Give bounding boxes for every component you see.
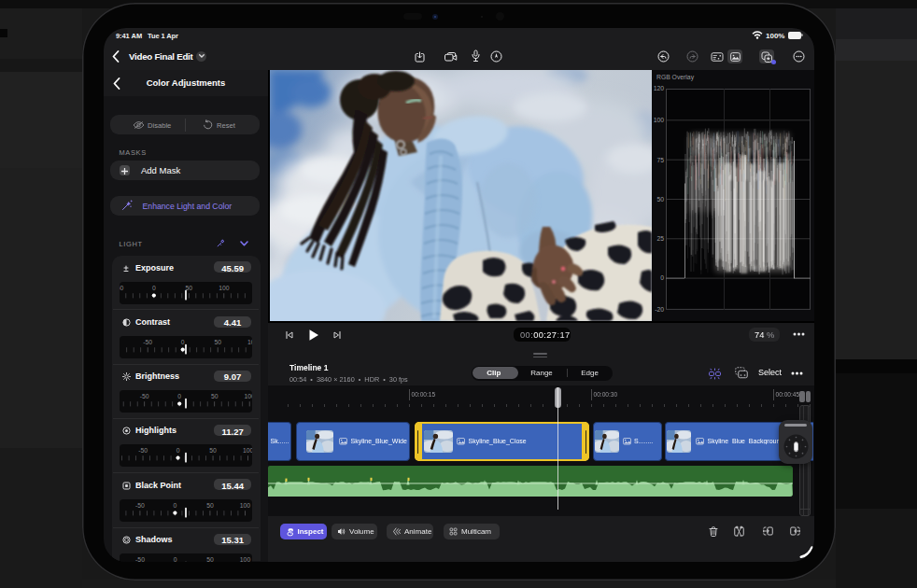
svg-text:0: 0 [660, 274, 664, 281]
svg-text:-50: -50 [139, 393, 148, 399]
svg-text:100: 100 [219, 284, 230, 290]
svg-text:-50: -50 [143, 338, 152, 344]
svg-text:0: 0 [180, 338, 184, 344]
svg-text:-50: -50 [135, 501, 145, 508]
svg-text:50: 50 [210, 393, 218, 399]
svg-text:100: 100 [654, 117, 664, 123]
svg-text:-20: -20 [655, 306, 664, 313]
svg-text:-50: -50 [138, 447, 148, 454]
svg-text:RGB Overlay: RGB Overlay [656, 74, 695, 81]
svg-text:50: 50 [185, 284, 192, 290]
svg-text:50: 50 [209, 447, 217, 454]
svg-text:50: 50 [214, 338, 221, 344]
svg-text:100: 100 [242, 447, 251, 454]
svg-text:0: 0 [176, 447, 179, 454]
svg-text:75: 75 [656, 157, 664, 163]
svg-text:120: 120 [654, 85, 664, 91]
svg-text:0: 0 [151, 284, 155, 290]
svg-text:50: 50 [206, 556, 214, 562]
svg-text:0: 0 [173, 501, 176, 508]
svg-text:0: 0 [173, 556, 176, 562]
svg-text:50: 50 [206, 501, 214, 508]
svg-text:50: 50 [656, 196, 664, 203]
svg-text:-50: -50 [120, 284, 123, 290]
svg-text:100: 100 [244, 393, 251, 399]
svg-text:0: 0 [177, 393, 181, 399]
svg-text:25: 25 [656, 235, 664, 242]
svg-text:100: 100 [247, 338, 252, 344]
svg-text:-50: -50 [135, 556, 145, 562]
svg-text:100: 100 [239, 556, 250, 562]
svg-text:100: 100 [239, 501, 250, 508]
